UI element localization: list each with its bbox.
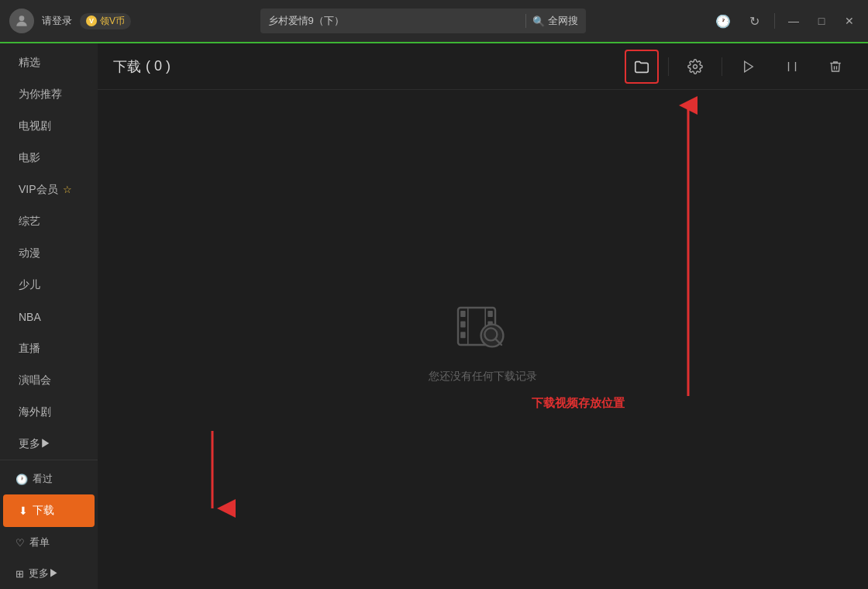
svg-point-1 [694,64,698,68]
svg-point-0 [19,16,25,21]
titlebar-center: 乡村爱情9（下） 🔍 全网搜 [133,9,712,33]
folder-button[interactable] [625,50,659,84]
content-title: 下载 [113,57,141,76]
sidebar-item-kids[interactable]: 少儿 [0,269,98,301]
sidebar-item-label: 更多▶ [29,567,59,580]
download-icon: ⬇ [19,505,28,517]
content-wrapper: 下载 ( 0 ) [98,43,868,589]
coin-badge[interactable]: V 领V币 [80,13,131,29]
play-button[interactable] [732,50,766,84]
empty-film-icon [452,295,514,357]
sidebar-item-more-bottom[interactable]: ⊞ 更多▶ [0,558,98,589]
sidebar-item-nba[interactable]: NBA [0,301,98,332]
search-icon: 🔍 [532,16,545,27]
sidebar-item-vip[interactable]: VIP会员 ☆ [0,174,98,205]
download-count: ( 0 ) [146,58,170,74]
separator [774,13,775,29]
sidebar-item-label: 更多▶ [19,437,51,451]
sidebar-item-label: VIP会员 [19,183,58,197]
folder-icon [633,58,650,75]
sidebar-item-label: 动漫 [19,246,40,260]
main-layout: 精选 为你推荐 电视剧 电影 VIP会员 ☆ 综艺 动漫 少儿 NBA 直播 [0,43,868,589]
header-separator-2 [722,57,722,76]
vip-star-icon: ☆ [63,184,72,195]
search-bar[interactable]: 乡村爱情9（下） 🔍 全网搜 [260,9,586,33]
sidebar-item-label: 电视剧 [19,119,51,133]
delete-button[interactable] [818,50,852,84]
svg-rect-8 [460,332,465,338]
avatar[interactable] [9,9,34,33]
sidebar-item-label: 演唱会 [19,374,51,388]
sidebar-item-jingxuan[interactable]: 精选 [0,46,98,78]
watchlist-icon: ♡ [16,537,25,549]
trash-icon [828,60,842,74]
pause-icon [785,60,799,74]
more-bottom-icon: ⊞ [16,568,24,580]
sidebar-item-label: 为你推荐 [19,88,62,102]
maximize-button[interactable]: □ [812,12,831,30]
refresh-button[interactable]: ↻ [743,10,765,32]
search-query: 乡村爱情9（下） [268,14,519,28]
svg-rect-7 [460,322,465,328]
sidebar-item-label: 看单 [29,536,50,549]
sidebar-item-label: 电影 [19,151,40,165]
login-text[interactable]: 请登录 [42,14,72,28]
titlebar: 请登录 V 领V币 乡村爱情9（下） 🔍 全网搜 🕐 ↻ — □ ✕ [0,0,868,43]
sidebar-item-label: 下载 [33,504,54,518]
gear-icon [687,59,703,74]
sidebar-item-tvshow[interactable]: 电视剧 [0,110,98,142]
sidebar-item-overseas[interactable]: 海外剧 [0,396,98,428]
sidebar-item-label: 海外剧 [19,405,51,419]
sidebar-item-label: NBA [19,311,41,323]
search-btn-label: 全网搜 [548,14,578,28]
sidebar-bottom: 🕐 看过 ⬇ 下载 ♡ 看单 ⊞ 更多▶ [0,460,98,589]
settings-button[interactable] [678,50,712,84]
header-separator [668,57,669,76]
sidebar-item-watchlist[interactable]: ♡ 看单 [0,527,98,558]
search-divider [525,14,526,28]
sidebar: 精选 为你推荐 电视剧 电影 VIP会员 ☆ 综艺 动漫 少儿 NBA 直播 [0,43,98,589]
svg-rect-6 [460,311,465,317]
pause-button[interactable] [775,50,809,84]
sidebar-item-download[interactable]: ⬇ 下载 [3,494,95,527]
minimize-button[interactable]: — [784,12,803,30]
sidebar-item-history[interactable]: 🕐 看过 [0,463,98,494]
content-title-area: 下载 ( 0 ) [113,57,170,76]
close-button[interactable]: ✕ [840,12,859,30]
play-icon [742,60,756,74]
content-area: 下载 ( 0 ) [98,43,868,589]
sidebar-item-more[interactable]: 更多▶ [0,428,98,460]
sidebar-item-recommended[interactable]: 为你推荐 [0,78,98,110]
history-icon: 🕐 [16,474,28,485]
sidebar-item-movie[interactable]: 电影 [0,142,98,174]
sidebar-item-label: 少儿 [19,278,40,292]
content-header: 下载 ( 0 ) [98,43,868,90]
coin-label: 领V币 [100,15,125,28]
titlebar-left: 请登录 V 领V币 [9,9,133,33]
empty-state: 您还没有任何下载记录 [98,90,868,589]
sidebar-item-label: 直播 [19,342,40,356]
sidebar-item-anime[interactable]: 动漫 [0,237,98,269]
sidebar-item-label: 看过 [33,472,53,486]
sidebar-item-variety[interactable]: 综艺 [0,205,98,237]
sidebar-item-label: 精选 [19,56,40,70]
svg-marker-2 [745,61,753,72]
header-actions [625,50,852,84]
coin-icon: V [86,16,97,26]
svg-rect-9 [487,311,492,317]
sidebar-item-label: 综艺 [19,215,40,229]
empty-download-text: 您还没有任何下载记录 [429,370,537,384]
sidebar-item-live[interactable]: 直播 [0,332,98,364]
titlebar-right: 🕐 ↻ — □ ✕ [712,10,859,32]
sidebar-item-concert[interactable]: 演唱会 [0,364,98,396]
search-button[interactable]: 🔍 全网搜 [532,14,578,28]
history-button[interactable]: 🕐 [712,10,734,32]
